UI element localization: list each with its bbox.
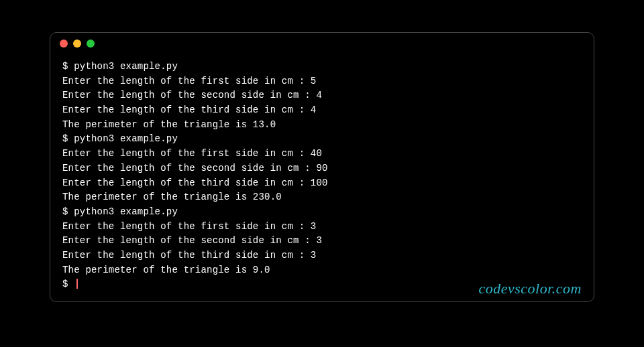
terminal-line: The perimeter of the triangle is 13.0 [62,118,582,133]
terminal-window: $ python3 example.py Enter the length of… [50,32,594,302]
terminal-line: Enter the length of the second side in c… [62,234,582,249]
title-bar [50,33,594,54]
zoom-icon[interactable] [87,40,95,48]
terminal-line: The perimeter of the triangle is 9.0 [62,263,582,278]
close-icon[interactable] [60,40,68,48]
terminal-line: Enter the length of the third side in cm… [62,176,582,191]
terminal-line: Enter the length of the first side in cm… [62,220,582,234]
terminal-line: Enter the length of the third side in cm… [62,103,582,118]
terminal-line: $ python3 example.py [62,132,582,147]
minimize-icon[interactable] [73,40,81,48]
terminal-line: Enter the length of the first side in cm… [62,74,582,89]
terminal-line: $ python3 example.py [62,60,582,74]
terminal-line: Enter the length of the first side in cm… [62,147,582,161]
terminal-line: Enter the length of the third side in cm… [62,249,582,263]
prompt-symbol: $ [62,279,74,289]
watermark: codevscolor.com [478,280,582,297]
terminal-line: Enter the length of the second side in c… [62,161,582,176]
terminal-line: $ python3 example.py [62,205,582,220]
cursor-icon [76,279,78,289]
terminal-line: The perimeter of the triangle is 230.0 [62,190,582,205]
terminal-body[interactable]: $ python3 example.py Enter the length of… [50,54,594,301]
terminal-line: Enter the length of the second side in c… [62,88,582,103]
